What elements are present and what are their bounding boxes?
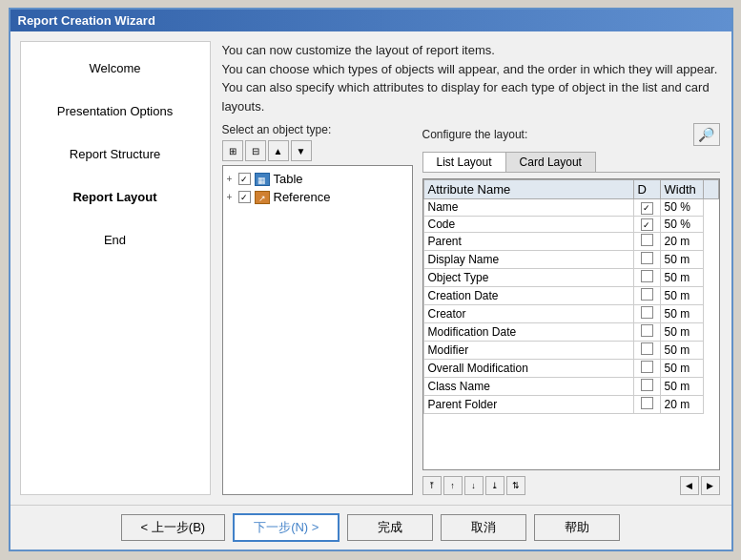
tree-checkbox-table[interactable] bbox=[238, 173, 251, 185]
row-down-btn[interactable]: ↓ bbox=[464, 476, 484, 495]
tree-expand-table[interactable]: + bbox=[227, 174, 237, 184]
table-row[interactable]: Creation Date50 m bbox=[423, 287, 718, 305]
scroll-right-btn[interactable]: ▶ bbox=[701, 476, 720, 495]
table-row[interactable]: Parent20 m bbox=[423, 233, 718, 251]
attr-checked-cell[interactable] bbox=[633, 287, 660, 305]
table-row[interactable]: Modification Date50 m bbox=[423, 323, 718, 342]
table-row[interactable]: Modifier50 m bbox=[423, 342, 718, 360]
left-panel-label: Select an object type: bbox=[222, 123, 413, 136]
col-scroll-placeholder bbox=[703, 180, 718, 199]
dialog-title: Report Creation Wizard bbox=[10, 10, 731, 31]
sidebar-item-welcome[interactable]: Welcome bbox=[90, 61, 141, 75]
attr-width-cell: 50 m bbox=[660, 287, 703, 305]
right-panel-label: Configure the layout: bbox=[422, 128, 528, 141]
bottom-bar: < 上一步(B) 下一步(N) > 完成 取消 帮助 bbox=[10, 505, 731, 550]
description-text: You can now customize the layout of repo… bbox=[222, 41, 720, 115]
attr-checkbox[interactable] bbox=[641, 252, 653, 264]
attr-name-cell: Code bbox=[423, 216, 633, 233]
attribute-table-wrapper: Attribute Name D Width Name50 %Code50 %P… bbox=[422, 178, 720, 470]
row-up-btn[interactable]: ↑ bbox=[443, 476, 463, 495]
attr-width-cell: 20 m bbox=[660, 396, 703, 414]
report-creation-wizard-dialog: Report Creation Wizard Welcome Presentat… bbox=[9, 8, 733, 551]
table-controls: ⤒ ↑ ↓ ⤓ ⇅ ◀ ▶ bbox=[422, 476, 720, 495]
col-header-d: D bbox=[633, 180, 660, 199]
sidebar-item-presentation-options[interactable]: Presentation Options bbox=[57, 104, 173, 118]
attr-checkbox[interactable] bbox=[641, 324, 653, 337]
tab-card-layout[interactable]: Card Layout bbox=[505, 152, 596, 172]
attr-name-cell: Name bbox=[423, 199, 633, 217]
help-button[interactable]: 帮助 bbox=[534, 514, 620, 541]
attr-name-cell: Parent bbox=[423, 233, 633, 251]
table-row[interactable]: Class Name50 m bbox=[423, 378, 718, 396]
attr-checked-cell[interactable] bbox=[633, 342, 660, 360]
attr-width-cell: 50 m bbox=[660, 342, 703, 360]
finish-button[interactable]: 完成 bbox=[347, 514, 433, 541]
attr-checked-cell[interactable] bbox=[633, 269, 660, 287]
back-button[interactable]: < 上一步(B) bbox=[121, 514, 226, 541]
tab-list-layout[interactable]: List Layout bbox=[422, 152, 506, 172]
attr-checked-cell[interactable] bbox=[633, 396, 660, 414]
sidebar-item-end[interactable]: End bbox=[104, 233, 126, 247]
tree-item-table[interactable]: + ▦ Table bbox=[227, 170, 408, 188]
attr-name-cell: Creator bbox=[423, 305, 633, 323]
attr-width-cell: 50 % bbox=[660, 216, 703, 233]
row-sort-btn[interactable]: ⇅ bbox=[506, 476, 525, 495]
attr-checkbox[interactable] bbox=[641, 288, 653, 301]
attr-checkbox[interactable] bbox=[641, 270, 653, 282]
obj-remove-btn[interactable]: ⊟ bbox=[245, 140, 266, 161]
attr-checkbox[interactable] bbox=[641, 397, 653, 409]
obj-down-btn[interactable]: ▼ bbox=[291, 140, 312, 161]
obj-add-btn[interactable]: ⊞ bbox=[222, 140, 243, 161]
table-row[interactable]: Code50 % bbox=[423, 216, 718, 233]
attr-name-cell: Overall Modification bbox=[423, 360, 633, 378]
attr-checkbox[interactable] bbox=[641, 202, 653, 215]
table-row[interactable]: Name50 % bbox=[423, 199, 718, 217]
row-bottom-btn[interactable]: ⤓ bbox=[485, 476, 504, 495]
attribute-table: Attribute Name D Width Name50 %Code50 %P… bbox=[423, 179, 719, 414]
obj-up-btn[interactable]: ▲ bbox=[268, 140, 289, 161]
attr-checked-cell[interactable] bbox=[633, 323, 660, 342]
content-area: Select an object type: ⊞ ⊟ ▲ ▼ + ▦ T bbox=[222, 123, 720, 495]
sidebar-item-report-structure[interactable]: Report Structure bbox=[70, 147, 160, 161]
table-row[interactable]: Parent Folder20 m bbox=[423, 396, 718, 414]
sidebar-item-report-layout[interactable]: Report Layout bbox=[72, 190, 156, 204]
scroll-left-btn[interactable]: ◀ bbox=[680, 476, 699, 495]
attr-width-cell: 50 % bbox=[660, 199, 703, 217]
attr-name-cell: Object Type bbox=[423, 269, 633, 287]
attr-checked-cell[interactable] bbox=[633, 360, 660, 378]
attr-width-cell: 50 m bbox=[660, 360, 703, 378]
attr-checked-cell[interactable] bbox=[633, 251, 660, 269]
row-top-btn[interactable]: ⤒ bbox=[422, 476, 442, 495]
tree-checkbox-reference[interactable] bbox=[238, 191, 251, 203]
attr-checkbox[interactable] bbox=[641, 379, 653, 391]
attr-checked-cell[interactable] bbox=[633, 305, 660, 323]
configure-icon-btn[interactable]: 🔎 bbox=[693, 123, 720, 146]
table-row[interactable]: Object Type50 m bbox=[423, 269, 718, 287]
attr-checked-cell[interactable] bbox=[633, 378, 660, 396]
attr-width-cell: 50 m bbox=[660, 269, 703, 287]
cancel-button[interactable]: 取消 bbox=[441, 514, 526, 541]
table-row[interactable]: Display Name50 m bbox=[423, 251, 718, 269]
attr-checkbox[interactable] bbox=[641, 306, 653, 319]
reference-icon: ↗ bbox=[255, 191, 270, 204]
object-toolbar: ⊞ ⊟ ▲ ▼ bbox=[222, 140, 413, 161]
attr-checkbox[interactable] bbox=[641, 234, 653, 246]
attr-checked-cell[interactable] bbox=[633, 233, 660, 251]
attr-checkbox[interactable] bbox=[641, 218, 653, 231]
table-row[interactable]: Creator50 m bbox=[423, 305, 718, 323]
table-row[interactable]: Overall Modification50 m bbox=[423, 360, 718, 378]
attr-name-cell: Parent Folder bbox=[423, 396, 633, 414]
next-button[interactable]: 下一步(N) > bbox=[233, 513, 340, 542]
table-icon: ▦ bbox=[255, 173, 270, 186]
attr-checked-cell[interactable] bbox=[633, 199, 660, 217]
tree-label-reference: Reference bbox=[274, 190, 331, 204]
attr-checkbox[interactable] bbox=[641, 342, 653, 355]
attr-width-cell: 20 m bbox=[660, 233, 703, 251]
col-header-width: Width bbox=[660, 180, 703, 199]
attr-checked-cell[interactable] bbox=[633, 216, 660, 233]
tree-item-reference[interactable]: + ↗ Reference bbox=[227, 188, 408, 206]
attr-checkbox[interactable] bbox=[641, 361, 653, 373]
attr-name-cell: Modifier bbox=[423, 342, 633, 360]
tree-expand-reference[interactable]: + bbox=[227, 192, 237, 202]
attr-name-cell: Class Name bbox=[423, 378, 633, 396]
